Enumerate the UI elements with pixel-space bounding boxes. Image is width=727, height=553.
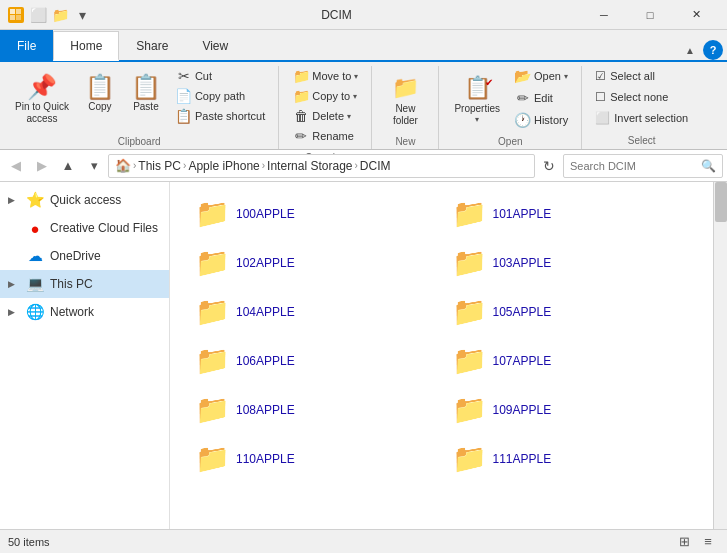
copy-to-label: Copy to [312,90,350,102]
address-path[interactable]: 🏠 › This PC › Apple iPhone › Internal St… [108,154,535,178]
delete-icon: 🗑 [292,108,310,124]
folder-item[interactable]: 📁 101APPLE [443,190,698,237]
addr-segment-iphone: Apple iPhone [188,159,259,173]
ribbon-group-clipboard: 📌 Pin to Quick access 📋 Copy 📋 Paste ✂ C… [0,66,279,149]
new-folder-icon: 📁 [392,75,419,101]
ribbon-tab-home[interactable]: Home [53,31,119,61]
invert-selection-button[interactable]: ⬜ Invert selection [590,108,693,128]
delete-arrow: ▾ [347,112,351,121]
copy-to-icon: 📁 [292,88,310,104]
ribbon-tab-share[interactable]: Share [119,30,185,60]
rename-button[interactable]: ✏ Rename [287,126,363,146]
new-content: 📁 New folder [380,66,430,134]
invert-selection-icon: ⬜ [595,111,610,125]
folder-icon: 📁 [195,246,230,279]
search-icon: 🔍 [701,159,716,173]
recent-locations-button[interactable]: ▾ [82,154,106,178]
sidebar-item-onedrive[interactable]: ☁ OneDrive [0,242,169,270]
svg-rect-1 [16,9,21,14]
paste-button[interactable]: 📋 Paste [124,66,168,130]
copy-path-button[interactable]: 📄 Copy path [170,86,270,106]
pin-to-quick-access-button[interactable]: 📌 Pin to Quick access [8,66,76,130]
qat-new-folder-btn[interactable]: 📁 [50,5,70,25]
search-box[interactable]: 🔍 [563,154,723,178]
address-bar: ◀ ▶ ▲ ▾ 🏠 › This PC › Apple iPhone › Int… [0,150,727,182]
edit-btn[interactable]: ✏ Edit [509,88,573,108]
select-col: ☑ Select all ☐ Select none ⬜ Invert sele… [590,66,693,128]
sidebar-item-network[interactable]: ▶ 🌐 Network [0,298,169,326]
folder-item[interactable]: 📁 109APPLE [443,386,698,433]
new-folder-button[interactable]: 📁 New folder [380,66,430,130]
nav-back-button[interactable]: ◀ [4,154,28,178]
maximize-button[interactable]: □ [627,0,673,30]
folder-label: 111APPLE [493,452,552,466]
ribbon-help-btn[interactable]: ? [703,40,723,60]
scrollbar-thumb[interactable] [715,182,727,222]
folder-item[interactable]: 📁 111APPLE [443,435,698,482]
search-input[interactable] [570,160,699,172]
paste-shortcut-button[interactable]: 📋 Paste shortcut [170,106,270,126]
sidebar-item-this-pc[interactable]: ▶ 💻 This PC [0,270,169,298]
delete-button[interactable]: 🗑 Delete ▾ [287,106,363,126]
history-btn[interactable]: 🕐 History [509,110,573,130]
folder-item[interactable]: 📁 108APPLE [186,386,441,433]
ribbon-collapse-btn[interactable]: ▲ [681,41,699,60]
pin-label: Pin to Quick access [15,101,69,125]
copy-path-label: Copy path [195,90,245,102]
ribbon-group-select: ☑ Select all ☐ Select none ⬜ Invert sele… [582,66,701,149]
organize-content: 📁 Move to ▾ 📁 Copy to ▾ 🗑 Delete ▾ ✏ Ren… [287,66,363,150]
ribbon-tab-file[interactable]: File [0,30,53,60]
qat-properties-btn[interactable]: ⬜ [28,5,48,25]
file-area: 📁 100APPLE 📁 101APPLE 📁 102APPLE 📁 103AP… [170,182,713,529]
details-view-button[interactable]: ≡ [697,532,719,552]
status-bar: 50 items ⊞ ≡ [0,529,727,553]
paste-icon: 📋 [131,75,161,99]
svg-rect-0 [10,9,15,14]
move-to-icon: 📁 [292,68,310,84]
large-icons-view-button[interactable]: ⊞ [673,532,695,552]
folder-label: 102APPLE [236,256,295,270]
sidebar-item-quick-access[interactable]: ▶ ⭐ Quick access [0,186,169,214]
folder-icon: 📁 [195,197,230,230]
nav-up-button[interactable]: ▲ [56,154,80,178]
ribbon-tab-view[interactable]: View [185,30,245,60]
copy-to-button[interactable]: 📁 Copy to ▾ [287,86,363,106]
folder-item[interactable]: 📁 104APPLE [186,288,441,335]
copy-button[interactable]: 📋 Copy [78,66,122,130]
organize-col: 📁 Move to ▾ 📁 Copy to ▾ 🗑 Delete ▾ ✏ Ren… [287,66,363,146]
select-all-button[interactable]: ☑ Select all [590,66,693,86]
folder-item[interactable]: 📁 106APPLE [186,337,441,384]
properties-label: Properties [454,103,500,115]
folder-item[interactable]: 📁 102APPLE [186,239,441,286]
cut-button[interactable]: ✂ Cut [170,66,270,86]
move-to-button[interactable]: 📁 Move to ▾ [287,66,363,86]
qat-dropdown-btn[interactable]: ▾ [72,5,92,25]
copy-label: Copy [88,101,111,113]
folder-item[interactable]: 📁 105APPLE [443,288,698,335]
folder-icon: 📁 [452,295,487,328]
select-all-label: Select all [610,70,655,82]
open-btn[interactable]: 📂 Open ▾ [509,66,573,86]
folder-item[interactable]: 📁 100APPLE [186,190,441,237]
open-icon: 📂 [514,68,532,84]
nav-forward-button[interactable]: ▶ [30,154,54,178]
close-button[interactable]: ✕ [673,0,719,30]
properties-button[interactable]: 📋 ✔ Properties ▾ [447,66,507,130]
folder-icon: 📁 [452,197,487,230]
select-none-button[interactable]: ☐ Select none [590,87,693,107]
folder-label: 108APPLE [236,403,295,417]
minimize-button[interactable]: ─ [581,0,627,30]
folder-item[interactable]: 📁 110APPLE [186,435,441,482]
refresh-button[interactable]: ↻ [537,154,561,178]
ribbon-group-open: 📋 ✔ Properties ▾ 📂 Open ▾ ✏ Edit 🕐 [439,66,582,149]
folder-label: 110APPLE [236,452,295,466]
pin-icon: 📌 [27,75,57,99]
folder-item[interactable]: 📁 103APPLE [443,239,698,286]
sidebar-item-creative-cloud[interactable]: ● Creative Cloud Files [0,214,169,242]
properties-arrow: ▾ [475,115,479,124]
folder-icon: 📁 [195,393,230,426]
folder-label: 107APPLE [493,354,552,368]
move-to-arrow: ▾ [354,72,358,81]
scrollbar[interactable] [713,182,727,529]
folder-item[interactable]: 📁 107APPLE [443,337,698,384]
